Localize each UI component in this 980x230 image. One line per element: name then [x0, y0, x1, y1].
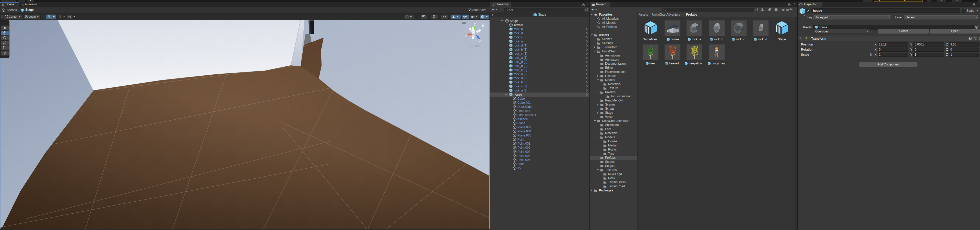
svg-text:x: x — [465, 34, 467, 37]
svg-text:Y: Y — [49, 17, 50, 18]
svg-text:z: z — [479, 39, 481, 43]
svg-text:y: y — [474, 22, 476, 26]
